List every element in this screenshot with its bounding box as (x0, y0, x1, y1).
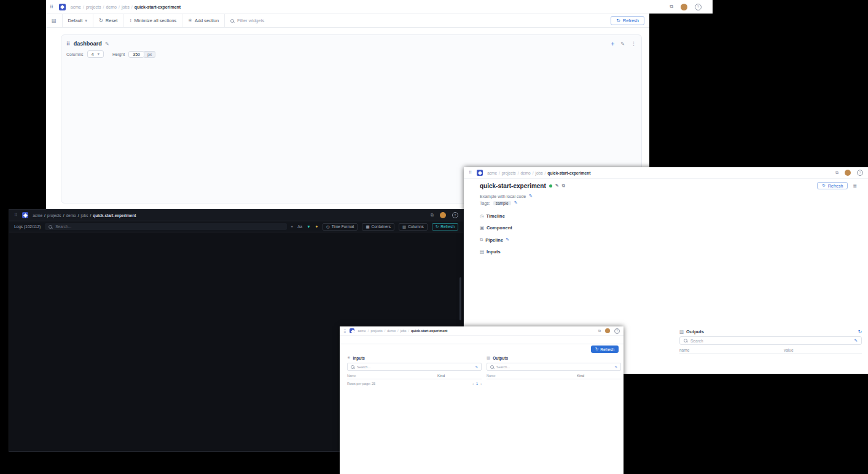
status-dot (549, 184, 552, 188)
page-number[interactable]: 1 (476, 382, 478, 385)
breadcrumb-item[interactable]: projects (502, 171, 516, 175)
open-window-icon[interactable]: ⧉ (835, 170, 839, 175)
outputs-search-input[interactable]: Search ✎ (679, 336, 862, 345)
logs-scrollbar[interactable] (459, 277, 461, 320)
breadcrumb-item[interactable]: jobs (122, 5, 130, 9)
jump-icon[interactable]: ⌖ (291, 224, 294, 229)
edit-tags-icon[interactable]: ✎ (514, 200, 518, 205)
layout-select[interactable]: Default▾ (63, 14, 94, 27)
outputs-refresh-icon[interactable]: ↻ (858, 329, 862, 334)
inputs-search-input[interactable]: Search...✎ (347, 363, 482, 371)
breadcrumb-item[interactable]: jobs (400, 329, 406, 333)
edit-title-icon[interactable]: ✎ (555, 183, 559, 188)
breadcrumb-item[interactable]: quick-start-experiment (93, 213, 136, 218)
column-header[interactable]: Name (347, 374, 437, 377)
help-icon[interactable]: ? (695, 4, 702, 10)
breadcrumb-item[interactable]: acme (487, 171, 497, 175)
outputs-search-input[interactable]: Search...✎ (487, 363, 621, 371)
columns-select[interactable]: 4▾ (87, 50, 104, 58)
filter-icon[interactable]: ▼ (307, 224, 310, 229)
breadcrumb-item[interactable]: demo (387, 329, 396, 333)
add-section-button[interactable]: ✳Add section (182, 14, 225, 27)
column-header[interactable]: Kind (437, 374, 463, 377)
breadcrumb-item[interactable]: demo (106, 5, 117, 9)
app-logo[interactable] (22, 212, 28, 218)
refresh-icon: ↻ (616, 18, 620, 23)
menu-icon[interactable]: ≣ (853, 183, 857, 189)
breadcrumb-item[interactable]: projects (47, 213, 61, 218)
app-grid-icon[interactable]: ⠿ (343, 329, 346, 333)
help-icon[interactable]: ? (857, 170, 863, 176)
edit-pipeline-icon[interactable]: ✎ (506, 237, 509, 242)
logs-search-input[interactable]: Search... (45, 223, 286, 230)
columns-button[interactable]: ▥Columns (399, 223, 428, 231)
user-avatar[interactable] (681, 4, 687, 10)
open-window-icon[interactable]: ⧉ (670, 4, 673, 10)
app-grid-icon[interactable]: ⠿ (469, 170, 472, 175)
breadcrumb-item[interactable]: acme (71, 5, 81, 9)
breadcrumb-item[interactable]: acme (358, 329, 366, 333)
breadcrumb-item[interactable]: jobs (81, 213, 88, 218)
breadcrumb-item[interactable]: jobs (536, 171, 543, 175)
breadcrumb-item[interactable]: projects (370, 329, 382, 333)
column-header[interactable]: name (679, 348, 784, 352)
breadcrumb-item[interactable]: demo (520, 171, 530, 175)
breadcrumb-item[interactable]: acme (33, 213, 42, 218)
user-avatar[interactable] (440, 212, 446, 218)
app-logo[interactable] (59, 4, 66, 10)
section-menu-icon[interactable]: ⋮ (631, 41, 636, 47)
timeline-title: Timeline (487, 213, 505, 219)
save-layout-button[interactable]: ▤ (46, 14, 63, 27)
outputs-filter-icon[interactable]: ✎ (854, 338, 858, 343)
open-window-icon[interactable]: ⧉ (431, 213, 434, 218)
column-header[interactable]: value (784, 348, 794, 352)
overview-refresh-button[interactable]: ↻Refresh (817, 182, 848, 189)
refresh-button[interactable]: ↻Refresh (611, 16, 644, 25)
app-grid-icon[interactable]: ⠿ (50, 4, 54, 10)
copy-id-icon[interactable]: ⧉ (562, 183, 565, 188)
breadcrumb-item[interactable]: quick-start-experiment (135, 5, 181, 9)
containers-button[interactable]: ▦Containers (362, 223, 394, 231)
app-logo[interactable] (477, 170, 483, 176)
time-format-button[interactable]: ◷Time Format (323, 223, 358, 231)
filter-widgets-input[interactable]: Filter widgets (225, 14, 611, 27)
component-title: Component (487, 225, 512, 231)
open-window-icon[interactable]: ⧉ (598, 329, 601, 333)
minimize-sections-button[interactable]: ↕Minimize all sections (123, 14, 182, 27)
details-refresh-button[interactable]: ↻Refresh (591, 346, 619, 353)
help-icon[interactable]: ? (614, 328, 620, 334)
edit-widgets-icon[interactable]: ✎ (620, 41, 625, 47)
logs-refresh-button[interactable]: ↻Refresh (432, 223, 458, 231)
tag-badge[interactable]: sample (493, 201, 511, 205)
app-grid-icon[interactable]: ⠿ (14, 213, 18, 218)
breadcrumb-item[interactable]: quick-start-experiment (411, 329, 447, 333)
height-input[interactable]: 350 (128, 51, 144, 58)
user-avatar[interactable] (845, 170, 851, 176)
help-icon[interactable]: ? (452, 212, 458, 218)
outputs-title: Outputs (493, 356, 508, 360)
breadcrumb-separator: / (385, 329, 386, 333)
add-widget-icon[interactable]: + (611, 41, 614, 47)
timeline-icon: ◷ (480, 213, 484, 219)
highlight-icon[interactable]: ✦ (315, 224, 318, 229)
reset-button[interactable]: ↻Reset (93, 14, 123, 27)
breadcrumb-item[interactable]: demo (66, 213, 76, 218)
column-header[interactable]: Kind (577, 374, 603, 377)
edit-description-icon[interactable]: ✎ (529, 194, 533, 199)
section-drag-handle[interactable]: ⠿ (66, 41, 71, 47)
next-page-icon[interactable]: › (480, 382, 482, 385)
prev-page-icon[interactable]: ‹ (472, 382, 474, 385)
run-description: Example with local code (480, 194, 526, 199)
match-case-button[interactable]: Aa (297, 224, 302, 229)
inputs-icon: ✳ (347, 355, 350, 360)
rows-per-page[interactable]: Rows per page: 25 (347, 382, 375, 385)
edit-section-icon[interactable]: ✎ (105, 41, 109, 47)
breadcrumb-item[interactable]: projects (86, 5, 101, 9)
user-avatar[interactable] (605, 328, 610, 333)
breadcrumb-item[interactable]: quick-start-experiment (547, 171, 590, 175)
outputs-filter-icon[interactable]: ✎ (614, 365, 617, 369)
column-header[interactable]: Name (487, 374, 577, 377)
app-logo[interactable] (350, 328, 354, 333)
search-icon (490, 365, 494, 369)
inputs-filter-icon[interactable]: ✎ (475, 365, 478, 369)
